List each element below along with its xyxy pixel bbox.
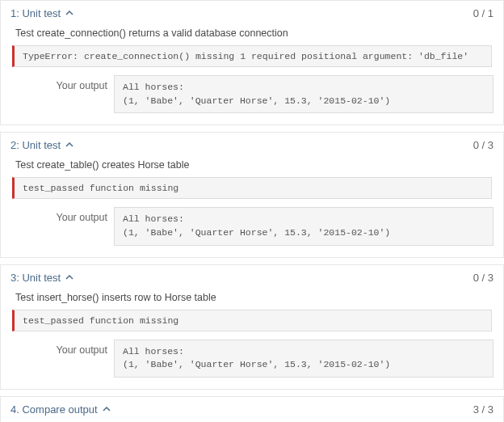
- error-box: test_passed function missing: [12, 310, 492, 331]
- panel-body: Test create_table() creates Horse tablet…: [1, 154, 503, 256]
- output-row: Your outputAll horses: (1, 'Babe', 'Quar…: [43, 207, 494, 245]
- panel-header: 4. Compare output3 / 3: [1, 397, 503, 419]
- test-panel: 4. Compare output3 / 3Your outputAll hor…: [0, 396, 504, 422]
- panel-header: 1: Unit test0 / 1: [1, 1, 503, 23]
- panel-body: Your outputAll horses: (1, 'Babe', 'Quar…: [1, 419, 503, 422]
- output-box: All horses: (1, 'Babe', 'Quarter Horse',…: [114, 340, 494, 378]
- test-panel: 3: Unit test0 / 3Test insert_horse() ins…: [0, 264, 504, 390]
- error-box: test_passed function missing: [12, 177, 492, 199]
- score-text: 3 / 3: [473, 403, 494, 416]
- panel-title-toggle[interactable]: 1: Unit test: [10, 7, 74, 19]
- chevron-up-icon: [103, 403, 111, 416]
- chevron-up-icon: [65, 272, 74, 284]
- output-row: Your outputAll horses: (1, 'Babe', 'Quar…: [43, 75, 494, 113]
- panel-header: 2: Unit test0 / 3: [1, 133, 503, 154]
- test-description: Test insert_horse() inserts row to Horse…: [15, 292, 494, 303]
- panel-title-toggle[interactable]: 2: Unit test: [10, 139, 74, 151]
- panel-title-text: 2: Unit test: [10, 139, 61, 151]
- output-box: All horses: (1, 'Babe', 'Quarter Horse',…: [114, 75, 494, 113]
- output-label: Your output: [43, 75, 107, 91]
- panel-title-text: 4. Compare output: [10, 403, 98, 416]
- chevron-up-icon: [65, 139, 74, 151]
- panel-title-text: 1: Unit test: [10, 7, 61, 19]
- output-row: Your outputAll horses: (1, 'Babe', 'Quar…: [43, 340, 494, 378]
- output-box: All horses: (1, 'Babe', 'Quarter Horse',…: [114, 207, 494, 245]
- panel-body: Test create_connection() returns a valid…: [1, 23, 503, 124]
- chevron-up-icon: [65, 7, 74, 19]
- score-text: 0 / 1: [473, 7, 494, 19]
- panel-title-toggle[interactable]: 4. Compare output: [10, 403, 111, 416]
- panel-title-text: 3: Unit test: [10, 272, 61, 284]
- test-description: Test create_table() creates Horse table: [15, 159, 494, 171]
- score-text: 0 / 3: [473, 272, 494, 284]
- test-panel: 1: Unit test0 / 1Test create_connection(…: [0, 0, 504, 125]
- panel-body: Test insert_horse() inserts row to Horse…: [1, 287, 503, 389]
- output-label: Your output: [43, 207, 107, 223]
- error-box: TypeError: create_connection() missing 1…: [12, 45, 492, 67]
- score-text: 0 / 3: [473, 139, 494, 151]
- test-panel: 2: Unit test0 / 3Test create_table() cre…: [0, 132, 504, 257]
- panel-header: 3: Unit test0 / 3: [1, 265, 503, 287]
- test-description: Test create_connection() returns a valid…: [15, 27, 494, 39]
- output-label: Your output: [43, 340, 107, 356]
- panel-title-toggle[interactable]: 3: Unit test: [10, 272, 74, 284]
